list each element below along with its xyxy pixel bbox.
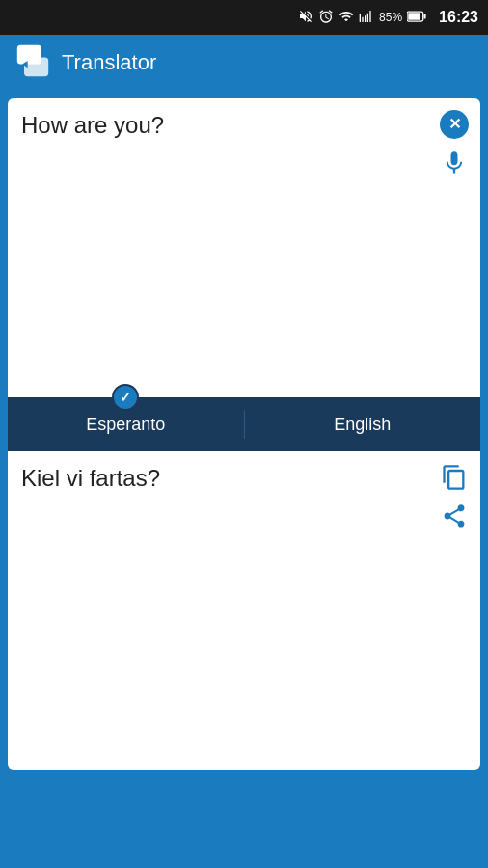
output-card: Kiel vi fartas? [8, 451, 480, 770]
active-lang-badge: ✓ [112, 384, 139, 411]
wifi-icon [339, 9, 354, 27]
battery-icon [407, 10, 426, 26]
mic-icon [441, 149, 468, 176]
status-icons: 85% 16:23 [298, 9, 478, 27]
mic-button[interactable] [440, 149, 469, 177]
svg-rect-2 [424, 14, 426, 18]
clear-icon: ✕ [448, 117, 461, 132]
source-language-button[interactable]: ✓ Esperanto [8, 397, 244, 451]
copy-icon [441, 464, 468, 491]
svg-rect-1 [408, 13, 420, 20]
status-time: 16:23 [439, 9, 478, 26]
target-language-button[interactable]: English [245, 397, 481, 451]
input-card: How are you? ✕ [8, 98, 480, 397]
app-title: Translator [62, 50, 156, 75]
target-language-label: English [334, 415, 391, 435]
app-logo [15, 43, 50, 82]
clear-button[interactable]: ✕ [440, 110, 469, 139]
check-icon: ✓ [120, 390, 131, 405]
source-language-label: Esperanto [86, 415, 165, 435]
signal-icon [359, 9, 374, 27]
battery-percentage: 85% [379, 11, 402, 24]
app-bar: Translator [0, 35, 488, 91]
alarm-icon [318, 9, 334, 27]
output-text: Kiel vi fartas? [21, 465, 160, 491]
main-content: How are you? ✕ ✓ Esperanto English Kiel … [0, 91, 488, 777]
status-bar: 85% 16:23 [0, 0, 488, 35]
copy-button[interactable] [440, 463, 469, 492]
mute-icon [298, 9, 313, 27]
input-text: How are you? [21, 112, 164, 138]
share-icon [441, 502, 468, 529]
share-button[interactable] [440, 502, 469, 530]
svg-rect-4 [24, 57, 48, 76]
language-bar: ✓ Esperanto English [8, 397, 480, 451]
